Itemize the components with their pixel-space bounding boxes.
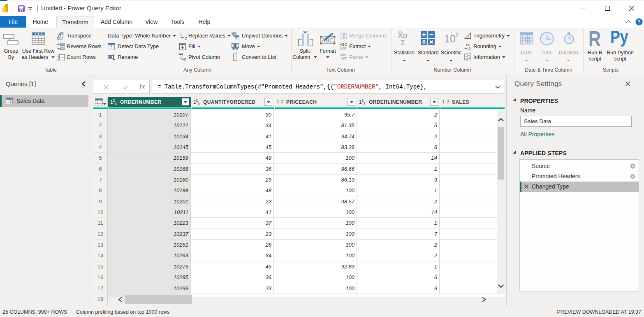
- svg-text:?: ?: [110, 44, 112, 50]
- svg-text:2: 2: [185, 36, 187, 40]
- svg-text:Σ: Σ: [401, 38, 405, 46]
- svg-text:.0: .0: [468, 47, 471, 50]
- svg-text:2: 2: [57, 57, 59, 61]
- svg-text:abc: abc: [340, 53, 346, 57]
- svg-text:10: 10: [444, 33, 456, 44]
- svg-text:2: 2: [455, 32, 459, 38]
- svg-text:123: 123: [340, 46, 346, 50]
- svg-text:1: 1: [180, 32, 182, 36]
- svg-text:?: ?: [637, 19, 640, 25]
- svg-text:3: 3: [465, 57, 467, 61]
